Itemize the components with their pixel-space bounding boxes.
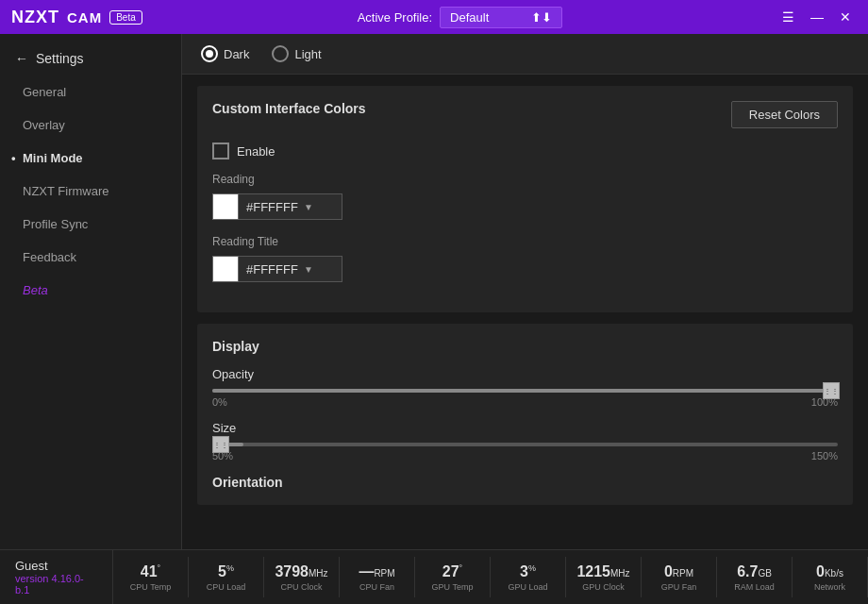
opacity-slider-labels: 0% 100% (212, 396, 838, 408)
sidebar-item-feedback[interactable]: Feedback (0, 241, 181, 274)
metric-item: —RPMCPU Fan (340, 557, 415, 597)
sidebar-item-label: Overlay (23, 118, 65, 132)
opacity-slider-container[interactable]: ⋮⋮ (212, 389, 838, 393)
nzxt-logo: NZXT (11, 8, 59, 27)
settings-label: Settings (36, 51, 84, 66)
back-button[interactable]: ← Settings (0, 42, 181, 76)
metric-label: GPU Clock (582, 582, 625, 592)
beta-badge: Beta (109, 10, 142, 25)
status-bar: Guest version 4.16.0-b.1 41°CPU Temp5%CP… (0, 549, 868, 604)
reading-dropdown-arrow: ▼ (304, 202, 313, 212)
metric-value: 0Kb/s (816, 562, 843, 580)
close-button[interactable]: ✕ (834, 6, 857, 28)
metric-item: 0Kb/sNetwork (793, 557, 868, 597)
metric-label: GPU Load (508, 582, 547, 592)
metric-value: 3% (520, 562, 536, 580)
metric-label: GPU Fan (661, 582, 697, 592)
sidebar-item-overlay[interactable]: Overlay (0, 109, 181, 142)
dark-radio[interactable] (201, 45, 218, 62)
metric-label: CPU Load (207, 582, 246, 592)
metric-item: 6.7GBRAM Load (717, 557, 793, 597)
window-controls: ☰ — ✕ (777, 6, 857, 28)
theme-toggle: Dark Light (182, 34, 868, 75)
light-radio[interactable] (272, 45, 289, 62)
menu-button[interactable]: ☰ (777, 6, 800, 28)
opacity-min-label: 0% (212, 396, 227, 408)
metric-item: 41°CPU Temp (113, 557, 189, 597)
size-max-label: 150% (811, 450, 838, 461)
metric-item: 5%CPU Load (189, 557, 264, 597)
size-label: Size (212, 421, 838, 435)
metric-value: 5% (218, 562, 234, 580)
display-card: Display Opacity ⋮⋮ 0% 100% Size (197, 324, 853, 505)
metric-value: 3798MHz (275, 562, 327, 580)
active-profile-section: Active Profile: Default ⬆⬇ (358, 7, 562, 28)
content-area: Dark Light Custom Interface Colors Reset… (182, 34, 868, 549)
sidebar-item-label: Mini Mode (23, 151, 83, 165)
light-label: Light (294, 47, 321, 61)
cam-text: CAM (67, 9, 102, 25)
reading-color-row: #FFFFFF ▼ (212, 193, 838, 220)
reading-title-color-input[interactable]: #FFFFFF ▼ (239, 256, 342, 282)
orientation-title: Orientation (212, 475, 838, 490)
minimize-button[interactable]: — (806, 6, 828, 28)
sidebar-item-label: Beta (23, 283, 48, 297)
sidebar-item-beta[interactable]: Beta (0, 274, 181, 307)
enable-checkbox[interactable] (212, 143, 229, 159)
profile-name: Default (450, 10, 489, 25)
profile-dropdown[interactable]: Default ⬆⬇ (440, 7, 562, 28)
dark-theme-option[interactable]: Dark (201, 45, 249, 62)
metric-label: RAM Load (734, 582, 775, 592)
sidebar-item-nzxt-firmware[interactable]: NZXT Firmware (0, 175, 181, 208)
metric-item: 3%GPU Load (491, 557, 566, 597)
metric-label: Network (814, 582, 845, 592)
custom-colors-title: Custom Interface Colors (212, 101, 366, 116)
size-thumb-icon: ⋮⋮ (213, 441, 228, 449)
sidebar-item-profile-sync[interactable]: Profile Sync (0, 208, 181, 241)
reading-title-hex-value: #FFFFFF (246, 262, 298, 277)
sidebar-item-general[interactable]: General (0, 76, 181, 109)
reading-color-input[interactable]: #FFFFFF ▼ (239, 193, 342, 220)
opacity-slider-fill (212, 389, 838, 393)
enable-row: Enable (212, 143, 838, 159)
sidebar-item-label: Profile Sync (23, 217, 88, 231)
opacity-slider-thumb[interactable]: ⋮⋮ (823, 382, 840, 399)
light-theme-option[interactable]: Light (272, 45, 321, 62)
reading-title-color-swatch[interactable] (212, 256, 239, 282)
sidebar-item-label: Feedback (23, 250, 76, 264)
title-bar: NZXT CAM Beta Active Profile: Default ⬆⬇… (0, 0, 868, 34)
reset-colors-button[interactable]: Reset Colors (731, 101, 838, 128)
size-slider-thumb[interactable]: ⋮⋮ (212, 436, 229, 453)
reading-label: Reading (212, 173, 838, 186)
dark-label: Dark (224, 47, 249, 61)
metric-label: GPU Temp (432, 582, 474, 592)
metric-label: CPU Clock (280, 582, 322, 592)
title-bar-left: NZXT CAM Beta (11, 8, 142, 27)
sidebar-item-mini-mode[interactable]: Mini Mode (0, 142, 181, 175)
metric-value: 41° (141, 562, 160, 580)
opacity-slider-track: ⋮⋮ (212, 389, 838, 393)
profile-dropdown-arrow: ⬆⬇ (531, 10, 552, 25)
opacity-label: Opacity (212, 367, 838, 381)
status-user: Guest version 4.16.0-b.1 (0, 550, 113, 604)
size-slider-track: ⋮⋮ (212, 443, 838, 446)
metric-value: 27° (442, 562, 462, 580)
reading-title-dropdown-arrow: ▼ (304, 264, 313, 275)
app-version: version 4.16.0-b.1 (15, 573, 97, 596)
reading-hex-value: #FFFFFF (246, 200, 298, 214)
sidebar-item-label: General (23, 85, 66, 99)
metric-value: —RPM (359, 562, 394, 580)
sidebar-item-label: NZXT Firmware (23, 184, 108, 198)
metric-value: 1215MHz (576, 562, 629, 580)
status-metrics: 41°CPU Temp5%CPU Load3798MHzCPU Clock—RP… (113, 550, 868, 604)
reading-title-label: Reading Title (212, 235, 838, 248)
metric-label: CPU Temp (130, 582, 171, 592)
metric-label: CPU Fan (359, 582, 394, 592)
metric-value: 0RPM (664, 562, 693, 580)
metric-item: 0RPMGPU Fan (642, 557, 717, 597)
back-icon: ← (15, 51, 28, 66)
card-header: Custom Interface Colors Reset Colors (212, 101, 838, 129)
reading-color-swatch[interactable] (212, 193, 239, 220)
active-profile-label: Active Profile: (358, 10, 432, 25)
size-slider-container[interactable]: ⋮⋮ (212, 443, 838, 446)
